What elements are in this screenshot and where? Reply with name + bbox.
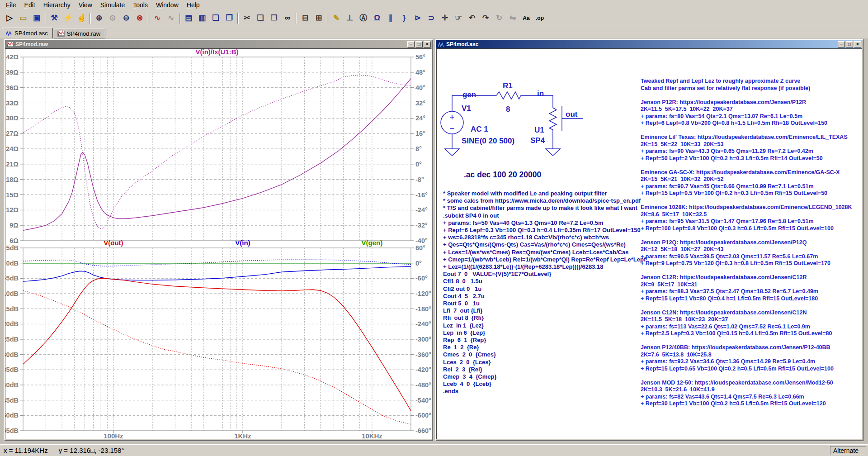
right-axis-tick-label: -600° — [415, 412, 431, 419]
right-axis-tick-label: -360° — [415, 351, 431, 358]
waveform-icon — [6, 42, 14, 48]
undo-icon: ↶ — [469, 14, 475, 22]
right-axis-tick-label: -32° — [415, 222, 428, 229]
cut-button[interactable]: ✂ — [240, 12, 254, 24]
schematic-window-titlebar[interactable]: SP4mod.asc – □ × — [436, 40, 862, 48]
right-axis-tick-label: -40° — [415, 237, 428, 244]
redo-button[interactable]: ↷ — [479, 12, 492, 24]
v1-name-label[interactable]: V1 — [462, 104, 471, 113]
resistor-button[interactable]: Ω — [370, 12, 384, 24]
menu-edit[interactable]: Edit — [20, 0, 39, 10]
drag-button[interactable]: ☞ — [452, 12, 465, 24]
halt-button[interactable]: ☝ — [75, 12, 88, 24]
maximize-button[interactable]: □ — [846, 41, 853, 48]
capacitor-button[interactable]: ∥ — [384, 12, 397, 24]
mdi-area: SP4mod.raw – □ × 42Ω56°39Ω48°36Ω40°33Ω32… — [0, 38, 868, 444]
left-axis-tick-label: -35dB — [5, 366, 19, 373]
waveform-canvas[interactable]: 42Ω56°39Ω48°36Ω40°33Ω32°30Ω24°27Ω16°24Ω8… — [5, 48, 432, 439]
move-button[interactable]: ✛ — [438, 12, 452, 24]
zoom-out-button[interactable]: ⊖ — [119, 12, 133, 24]
component-button[interactable]: ⊃ — [425, 12, 438, 24]
inductor-button[interactable]: } — [397, 12, 411, 24]
zoom-extents-button[interactable]: ⊗ — [133, 12, 146, 24]
plot-window-titlebar[interactable]: SP4mod.raw – □ × — [5, 40, 432, 48]
left-axis-tick-label: 9Ω — [9, 222, 19, 229]
trace-label-vout[interactable]: V(out) — [104, 239, 123, 247]
x-axis-tick-label: 100Hz — [104, 432, 123, 439]
copy-button[interactable]: ❑ — [254, 12, 267, 24]
menu-help[interactable]: Help — [183, 0, 204, 10]
arrange-windows-button[interactable]: ❐ — [222, 12, 236, 24]
find-button[interactable]: ∞ — [281, 12, 294, 24]
mirror-icon: ⇋ — [509, 14, 516, 22]
save-button[interactable]: ▣ — [30, 12, 43, 24]
right-axis-tick-label: 32° — [415, 100, 425, 107]
cascade-button[interactable]: ❏ — [209, 12, 222, 24]
spice-directive-ac[interactable]: .ac dec 100 20 20000 — [464, 170, 542, 179]
menu-window[interactable]: Window — [152, 0, 183, 10]
menu-hierarchy[interactable]: Hierarchy — [39, 0, 75, 10]
ground-symbol — [445, 149, 459, 156]
trace-label-vgen[interactable]: V(gen) — [362, 239, 383, 247]
v1-ac-label[interactable]: AC 1 — [471, 125, 488, 133]
menu-simulate[interactable]: Simulate — [96, 0, 129, 10]
zoom-in-button[interactable]: ⊕ — [92, 12, 106, 24]
zoom-out-icon: ⊖ — [123, 14, 129, 22]
minimize-button[interactable]: – — [407, 41, 415, 48]
v1-sine-label[interactable]: SINE(0 20 500) — [462, 137, 514, 145]
net-label-in[interactable]: in — [537, 89, 544, 98]
trace-label-vin[interactable]: V(in) — [235, 239, 250, 247]
paste-button[interactable]: ❒ — [267, 12, 281, 24]
autorange-y-button[interactable]: ∿ — [151, 12, 164, 24]
new-schematic-button[interactable]: ▷ — [3, 12, 16, 24]
wire-button[interactable]: ✎ — [330, 12, 343, 24]
label-net-button[interactable]: Ⓐ — [357, 12, 370, 24]
u1-name-label[interactable]: U1 — [534, 126, 544, 134]
mirror-button: ⇋ — [506, 12, 519, 24]
minimize-button[interactable]: – — [838, 41, 845, 48]
left-axis-tick-label: -50dB — [5, 412, 19, 419]
ground-button[interactable]: ⊥ — [343, 12, 357, 24]
right-axis-tick-label: 8° — [415, 145, 422, 152]
spice-directive-button[interactable]: .op — [533, 12, 547, 24]
u1-value-label[interactable]: SP4 — [530, 136, 545, 145]
close-icon[interactable]: × — [854, 41, 861, 48]
left-axis-tick-label: 33Ω — [6, 100, 19, 107]
print-preview-button[interactable]: ⊞ — [312, 12, 326, 24]
open-button[interactable]: ▭ — [16, 12, 30, 24]
undo-button[interactable]: ↶ — [465, 12, 479, 24]
r1-value-label[interactable]: 8 — [506, 105, 510, 114]
text-button[interactable]: Aa — [519, 12, 533, 24]
tile-horizontal-button[interactable]: ▤ — [182, 12, 195, 24]
zoom-back-button[interactable]: ⊙ — [106, 12, 119, 24]
close-icon[interactable]: × — [424, 41, 431, 48]
zoom-in-icon: ⊕ — [96, 14, 102, 22]
r1-name-label[interactable]: R1 — [503, 81, 513, 90]
schematic-window-title: SP4mod.asc — [446, 41, 836, 48]
plot-title[interactable]: V(in)/Ix(U1:B) — [196, 48, 239, 56]
tile-vertical-button[interactable]: ▥ — [195, 12, 209, 24]
plot-settings-button[interactable]: ∿ — [164, 12, 178, 24]
print-button[interactable]: ⊟ — [298, 12, 312, 24]
tab-sp4mod-asc[interactable]: SP4mod.asc — [2, 28, 53, 38]
speaker-notes-text[interactable]: Tweaked Repf and Lepf Lez to roughly app… — [641, 78, 852, 408]
right-axis-tick-label: -480° — [415, 381, 431, 389]
wire-icon: ✎ — [333, 14, 340, 22]
menu-view[interactable]: View — [75, 0, 96, 10]
tab-sp4mod-raw[interactable]: SP4mod.raw — [54, 28, 105, 38]
net-label-out[interactable]: out — [566, 110, 578, 119]
schematic-canvas[interactable]: gen R1 in 8 V1 AC 1 SINE(0 20 500) U1 SP… — [436, 48, 862, 439]
voltage-source-v1-symbol — [441, 111, 463, 134]
maximize-button[interactable]: □ — [415, 41, 423, 48]
zoom-back-icon: ⊙ — [109, 14, 116, 22]
menu-tools[interactable]: Tools — [129, 0, 152, 10]
status-bar: x = 11.194KHz y = 12.316□, -23.158° Alte… — [0, 444, 868, 456]
subckt-netlist-text[interactable]: * Speaker model with modified Le and pea… — [443, 190, 646, 395]
diode-button[interactable]: ⊳ — [411, 12, 425, 24]
run-button[interactable]: ⚡ — [61, 12, 75, 24]
control-panel-button[interactable]: ⚒ — [47, 12, 61, 24]
net-label-gen[interactable]: gen — [462, 90, 476, 99]
left-axis-tick-label: 21Ω — [6, 161, 19, 168]
toolbar-separator — [296, 13, 297, 24]
menu-file[interactable]: File — [2, 0, 20, 10]
